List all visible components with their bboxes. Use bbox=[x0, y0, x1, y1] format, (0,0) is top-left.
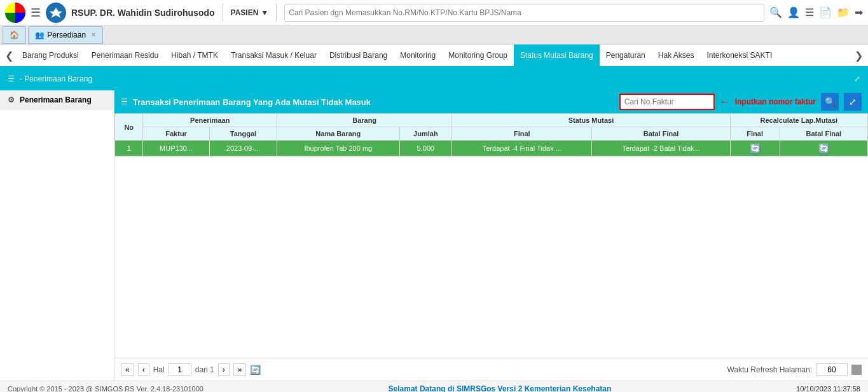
search-icon[interactable]: 🔍 bbox=[769, 6, 782, 18]
nav-left-arrow[interactable]: ❮ bbox=[3, 50, 16, 62]
first-page-button[interactable]: « bbox=[121, 363, 134, 376]
waktu-input[interactable] bbox=[816, 363, 848, 376]
subheader-rc-final: Final bbox=[730, 127, 780, 141]
pagination-bar: « ‹ Hal dari 1 › » 🔄 Waktu Refresh Halam… bbox=[114, 358, 868, 381]
app-logo bbox=[5, 3, 25, 23]
nav-item-monitoring[interactable]: Monitoring bbox=[394, 45, 442, 67]
panel-title: Transaksi Penerimaan Barang Yang Ada Mut… bbox=[133, 97, 614, 107]
nav-item-interkoneksi[interactable]: Interkoneksi SAKTI bbox=[701, 45, 779, 67]
sidebar-item-penerimaan-barang[interactable]: ⚙ Penerimaan Barang bbox=[0, 90, 114, 110]
col-no: No bbox=[115, 114, 143, 141]
col-penerimaan: Penerimaan bbox=[143, 114, 277, 127]
list-icon[interactable]: ☰ bbox=[805, 6, 814, 18]
nav-item-barang-produksi[interactable]: Barang Produksi bbox=[16, 45, 85, 67]
hamburger-icon[interactable]: ☰ bbox=[31, 6, 41, 20]
nav-item-monitoring-group[interactable]: Monitoring Group bbox=[442, 45, 514, 67]
nav-item-hak-akses[interactable]: Hak Akses bbox=[652, 45, 701, 67]
divider bbox=[276, 4, 277, 22]
pasien-button[interactable]: PASIEN ▼ bbox=[231, 8, 269, 17]
nav-menu: ❮ Barang Produksi Penerimaan Residu Hiba… bbox=[0, 45, 868, 67]
prev-page-button[interactable]: ‹ bbox=[138, 363, 149, 376]
footer-welcome: Selamat Datang di SIMRSGos Versi 2 Kemen… bbox=[389, 384, 612, 393]
arrow-hint-icon: ← bbox=[720, 96, 730, 108]
cell-rc-final[interactable]: 🔄 bbox=[730, 141, 780, 157]
top-bar: ☰ RSUP. DR. Wahidin Sudirohusodo PASIEN … bbox=[0, 0, 868, 25]
subheader-tanggal: Tanggal bbox=[209, 127, 277, 141]
cell-jumlah: 5.000 bbox=[399, 141, 452, 157]
subheader-nama-barang: Nama Barang bbox=[277, 127, 399, 141]
col-recalculate: Recalculate Lap.Mutasi bbox=[730, 114, 867, 127]
faktur-search-input[interactable] bbox=[619, 94, 715, 110]
tab-close-icon[interactable]: ✕ bbox=[91, 31, 96, 38]
footer-datetime: 10/10/2023 11:37:58 bbox=[796, 385, 860, 393]
stop-button[interactable] bbox=[851, 365, 862, 375]
next-page-button[interactable]: › bbox=[218, 363, 230, 376]
subheader-final: Final bbox=[452, 127, 592, 141]
cell-nama-barang: Ibuprofen Tab 200 mg bbox=[277, 141, 399, 157]
tab-home[interactable]: 🏠 bbox=[3, 26, 26, 44]
cell-batal-final: Terdapat -2 Batal Tidak... bbox=[592, 141, 730, 157]
subheader-jumlah: Jumlah bbox=[399, 127, 452, 141]
footer-copyright: Copyright © 2015 - 2023 @ SIMGOS RS Ver.… bbox=[8, 385, 203, 393]
section-header: ☰ - Penerimaan Barang ⤢ bbox=[0, 67, 868, 90]
panel-header: ☰ Transaksi Penerimaan Barang Yang Ada M… bbox=[114, 90, 868, 113]
footer: Copyright © 2015 - 2023 @ SIMGOS RS Ver.… bbox=[0, 381, 868, 392]
user-icon[interactable]: 👤 bbox=[787, 6, 800, 18]
expand-icon[interactable]: ⤢ bbox=[854, 74, 860, 83]
cell-rc-batal-final[interactable]: 🔄 bbox=[780, 141, 867, 157]
table-container: No Penerimaan Barang Status Mutasi Recal… bbox=[114, 113, 868, 358]
cell-tanggal: 2023-09-... bbox=[209, 141, 277, 157]
hospital-logo bbox=[46, 3, 66, 23]
cell-faktur: MUP130... bbox=[143, 141, 209, 157]
document-icon[interactable]: 📄 bbox=[819, 6, 832, 18]
table-row: 1 MUP130... 2023-09-... Ibuprofen Tab 20… bbox=[115, 141, 868, 157]
logout-icon[interactable]: ➡ bbox=[855, 6, 863, 18]
gear-icon: ⚙ bbox=[8, 95, 15, 104]
col-barang: Barang bbox=[277, 114, 452, 127]
subheader-batal-final: Batal Final bbox=[592, 127, 730, 141]
nav-item-penerimaan-residu[interactable]: Penerimaan Residu bbox=[85, 45, 165, 67]
sidebar-item-label: Penerimaan Barang bbox=[20, 95, 92, 104]
nav-item-pengaturan[interactable]: Pengaturan bbox=[600, 45, 652, 67]
persediaan-icon: 👥 bbox=[35, 31, 45, 39]
subheader-rc-batal-final: Batal Final bbox=[780, 127, 867, 141]
sidebar: ⚙ Penerimaan Barang bbox=[0, 90, 114, 381]
tab-persediaan[interactable]: 👥 Persediaan ✕ bbox=[28, 26, 103, 44]
content-area: ⚙ Penerimaan Barang ☰ Transaksi Penerima… bbox=[0, 90, 868, 381]
panel-icon: ☰ bbox=[121, 97, 128, 106]
patient-search-bar[interactable] bbox=[284, 4, 764, 22]
nav-item-distribusi[interactable]: Distribusi Barang bbox=[323, 45, 394, 67]
nav-item-hibah[interactable]: Hibah / TMTK bbox=[165, 45, 224, 67]
nav-right-arrow[interactable]: ❯ bbox=[852, 50, 865, 62]
hint-text: Inputkan nomor faktur bbox=[735, 97, 816, 106]
last-page-button[interactable]: » bbox=[233, 363, 247, 376]
tab-persediaan-label: Persediaan bbox=[47, 31, 86, 39]
divider bbox=[223, 4, 223, 22]
expand-panel-button[interactable]: ⤢ bbox=[844, 93, 862, 111]
tab-bar: 🏠 👥 Persediaan ✕ bbox=[0, 25, 868, 45]
section-title: - Penerimaan Barang bbox=[20, 74, 92, 83]
top-icons: 🔍 👤 ☰ 📄 📁 ➡ bbox=[769, 6, 863, 18]
folder-icon[interactable]: 📁 bbox=[837, 6, 850, 18]
refresh-button[interactable]: 🔄 bbox=[250, 365, 261, 375]
hal-label: Hal bbox=[153, 365, 165, 374]
home-icon: 🏠 bbox=[10, 31, 19, 39]
data-table: No Penerimaan Barang Status Mutasi Recal… bbox=[114, 113, 868, 157]
patient-search-input[interactable] bbox=[289, 8, 760, 17]
col-status-mutasi: Status Mutasi bbox=[452, 114, 730, 127]
section-icon: ☰ bbox=[8, 74, 15, 83]
page-input[interactable] bbox=[169, 363, 191, 376]
nav-item-status-mutasi[interactable]: Status Mutasi Barang bbox=[514, 45, 600, 67]
nav-item-transaksi[interactable]: Transaksi Masuk / Keluar bbox=[224, 45, 323, 67]
search-button[interactable]: 🔍 bbox=[821, 93, 839, 111]
hospital-name: RSUP. DR. Wahidin Sudirohusodo bbox=[71, 8, 215, 18]
recalculate-batal-icon[interactable]: 🔄 bbox=[818, 143, 829, 153]
dari-label: dari 1 bbox=[195, 365, 214, 374]
subheader-faktur: Faktur bbox=[143, 127, 209, 141]
cell-no: 1 bbox=[115, 141, 143, 157]
cell-final: Terdapat -4 Final Tidak ... bbox=[452, 141, 592, 157]
waktu-label: Waktu Refresh Halaman: bbox=[727, 365, 812, 374]
recalculate-final-icon[interactable]: 🔄 bbox=[750, 143, 761, 153]
main-panel: ☰ Transaksi Penerimaan Barang Yang Ada M… bbox=[114, 90, 868, 381]
